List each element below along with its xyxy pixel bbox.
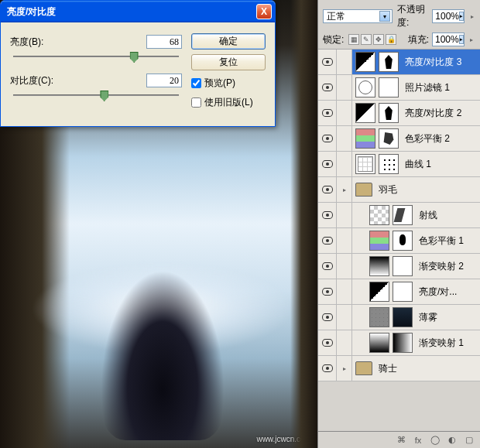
- layer-mask-thumbnail[interactable]: [393, 282, 413, 302]
- layer-row[interactable]: 渐变映射 2: [318, 254, 480, 279]
- layer-name[interactable]: 骑士: [375, 362, 397, 375]
- layer-mask-thumbnail[interactable]: [379, 52, 399, 72]
- brightness-slider[interactable]: [13, 52, 179, 63]
- layer-link-col[interactable]: [337, 228, 352, 253]
- layer-thumbnail[interactable]: [355, 77, 375, 97]
- layer-name[interactable]: 色彩平衡 1: [416, 234, 464, 248]
- contrast-slider[interactable]: [13, 91, 179, 101]
- layer-visibility-toggle[interactable]: [318, 126, 337, 151]
- layer-row[interactable]: ▸羽毛: [318, 177, 480, 203]
- layer-name[interactable]: 亮度/对...: [416, 286, 457, 299]
- layer-mask-thumbnail[interactable]: [379, 103, 399, 123]
- layer-mask-thumbnail[interactable]: [393, 256, 413, 276]
- layer-link-col[interactable]: [337, 152, 352, 176]
- layer-link-col[interactable]: [337, 75, 352, 100]
- layer-name[interactable]: 色彩平衡 2: [402, 132, 450, 145]
- lock-pixels-icon[interactable]: ✎: [361, 34, 372, 45]
- layer-row[interactable]: 亮度/对比度 2: [318, 101, 480, 126]
- link-layers-icon[interactable]: ⌘: [395, 435, 407, 446]
- layer-thumbnail[interactable]: [355, 154, 375, 174]
- preview-checkbox-row[interactable]: 预览(P): [191, 77, 266, 90]
- dialog-titlebar[interactable]: 亮度/对比度 X: [1, 1, 275, 22]
- layer-name[interactable]: 渐变映射 1: [416, 337, 464, 350]
- layer-link-col[interactable]: [337, 330, 352, 355]
- reset-button[interactable]: 复位: [191, 54, 266, 70]
- lock-position-icon[interactable]: ✥: [373, 34, 384, 45]
- layer-link-col[interactable]: [337, 305, 352, 330]
- lock-all-icon[interactable]: 🔒: [386, 34, 396, 45]
- layer-link-col[interactable]: [337, 101, 352, 125]
- new-group-icon[interactable]: ▢: [463, 435, 475, 446]
- layer-thumbnail[interactable]: [355, 128, 375, 149]
- layer-link-col[interactable]: ▸: [337, 177, 352, 202]
- layer-visibility-toggle[interactable]: [318, 50, 337, 74]
- new-adjustment-icon[interactable]: ◐: [446, 435, 458, 446]
- layer-fx-icon[interactable]: fx: [412, 435, 424, 446]
- layer-mask-thumbnail[interactable]: [379, 128, 399, 149]
- layer-thumbnail[interactable]: [355, 103, 375, 123]
- layer-row[interactable]: 亮度/对...: [318, 279, 480, 305]
- layer-row[interactable]: 薄雾: [318, 305, 480, 330]
- layer-link-col[interactable]: [337, 203, 352, 227]
- layer-row[interactable]: 射线: [318, 203, 480, 228]
- layer-thumbnail[interactable]: [369, 205, 389, 225]
- layer-thumbnail[interactable]: [369, 256, 389, 276]
- layer-mask-thumbnail[interactable]: [393, 205, 413, 225]
- layer-name[interactable]: 亮度/对比度 2: [402, 107, 461, 120]
- layer-name[interactable]: 亮度/对比度 3: [402, 56, 461, 69]
- fill-input[interactable]: 100% ▸: [432, 32, 465, 46]
- legacy-checkbox[interactable]: [191, 97, 201, 108]
- lock-transparency-icon[interactable]: ▦: [348, 34, 359, 45]
- layer-link-col[interactable]: [337, 254, 352, 279]
- brightness-input[interactable]: [146, 35, 182, 49]
- layer-row[interactable]: 色彩平衡 1: [318, 228, 480, 254]
- layer-thumbnail[interactable]: [369, 282, 389, 302]
- layer-visibility-toggle[interactable]: [318, 101, 337, 125]
- layer-visibility-toggle[interactable]: [318, 305, 337, 330]
- layer-mask-thumbnail[interactable]: [379, 77, 399, 97]
- layer-visibility-toggle[interactable]: [318, 254, 337, 279]
- layer-visibility-toggle[interactable]: [318, 356, 337, 381]
- layer-mask-thumbnail[interactable]: [393, 231, 413, 251]
- layer-visibility-toggle[interactable]: [318, 152, 337, 176]
- layer-row[interactable]: 色彩平衡 2: [318, 126, 480, 152]
- layer-mask-thumbnail[interactable]: [393, 333, 413, 353]
- legacy-checkbox-row[interactable]: 使用旧版(L): [191, 96, 266, 109]
- layer-visibility-toggle[interactable]: [318, 279, 337, 304]
- layer-mask-thumbnail[interactable]: [393, 307, 413, 327]
- layer-visibility-toggle[interactable]: [318, 330, 337, 355]
- layer-row[interactable]: ▸骑士: [318, 356, 480, 381]
- layer-name[interactable]: 薄雾: [416, 311, 437, 324]
- layer-visibility-toggle[interactable]: [318, 203, 337, 227]
- layer-thumbnail[interactable]: [355, 52, 375, 72]
- dialog-close-button[interactable]: X: [256, 4, 272, 19]
- layer-row[interactable]: 照片滤镜 1: [318, 75, 480, 101]
- layer-name[interactable]: 照片滤镜 1: [402, 81, 450, 94]
- layer-thumbnail[interactable]: [369, 333, 389, 353]
- layer-link-col[interactable]: [337, 279, 352, 304]
- layer-name[interactable]: 渐变映射 2: [416, 260, 464, 273]
- layer-visibility-toggle[interactable]: [318, 75, 337, 100]
- add-mask-icon[interactable]: ◯: [429, 435, 441, 446]
- layer-visibility-toggle[interactable]: [318, 177, 337, 202]
- contrast-input[interactable]: [146, 74, 182, 87]
- layer-thumbnail[interactable]: [369, 307, 389, 327]
- layer-link-col[interactable]: ▸: [337, 356, 352, 381]
- layer-name[interactable]: 射线: [416, 209, 437, 222]
- expand-triangle-icon[interactable]: ▸: [343, 186, 346, 193]
- layer-link-col[interactable]: [337, 126, 352, 151]
- layer-row[interactable]: 渐变映射 1: [318, 330, 480, 356]
- panel-collapse-icon[interactable]: ▸: [468, 34, 475, 45]
- layer-list[interactable]: 亮度/对比度 3照片滤镜 1亮度/对比度 2色彩平衡 2曲线 1▸羽毛射线色彩平…: [318, 50, 480, 431]
- layer-name[interactable]: 曲线 1: [402, 158, 431, 171]
- blend-mode-select[interactable]: 正常 ▾: [323, 9, 393, 23]
- expand-triangle-icon[interactable]: ▸: [343, 365, 346, 372]
- layer-link-col[interactable]: [337, 50, 352, 74]
- layer-name[interactable]: 羽毛: [375, 183, 397, 197]
- preview-checkbox[interactable]: [191, 78, 201, 88]
- contrast-slider-thumb[interactable]: [100, 91, 108, 101]
- layer-row[interactable]: 曲线 1: [318, 152, 480, 177]
- layer-thumbnail[interactable]: [369, 231, 389, 251]
- panel-collapse-icon[interactable]: ▸: [469, 11, 475, 22]
- brightness-slider-thumb[interactable]: [130, 52, 139, 63]
